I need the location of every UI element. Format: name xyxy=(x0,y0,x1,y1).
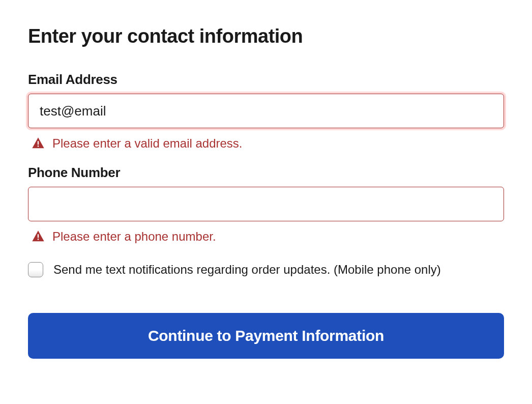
email-input[interactable] xyxy=(28,94,504,128)
phone-field-group: Phone Number Please enter a phone number… xyxy=(28,165,504,244)
continue-button[interactable]: Continue to Payment Information xyxy=(28,313,504,359)
sms-optin-label: Send me text notifications regarding ord… xyxy=(53,263,441,277)
svg-rect-2 xyxy=(38,234,39,238)
phone-error-text: Please enter a phone number. xyxy=(52,229,216,244)
sms-optin-row: Send me text notifications regarding ord… xyxy=(28,262,504,277)
email-label: Email Address xyxy=(28,72,504,88)
page-title: Enter your contact information xyxy=(28,25,504,47)
warning-icon xyxy=(31,136,45,151)
email-error-row: Please enter a valid email address. xyxy=(31,136,504,151)
phone-label: Phone Number xyxy=(28,165,504,181)
email-field-group: Email Address Please enter a valid email… xyxy=(28,72,504,151)
warning-icon xyxy=(31,229,45,244)
svg-rect-0 xyxy=(38,141,39,145)
svg-rect-1 xyxy=(38,146,39,147)
phone-error-row: Please enter a phone number. xyxy=(31,229,504,244)
svg-rect-3 xyxy=(38,239,39,240)
sms-optin-checkbox[interactable] xyxy=(28,262,43,277)
email-error-text: Please enter a valid email address. xyxy=(52,136,243,151)
phone-input[interactable] xyxy=(28,187,504,221)
